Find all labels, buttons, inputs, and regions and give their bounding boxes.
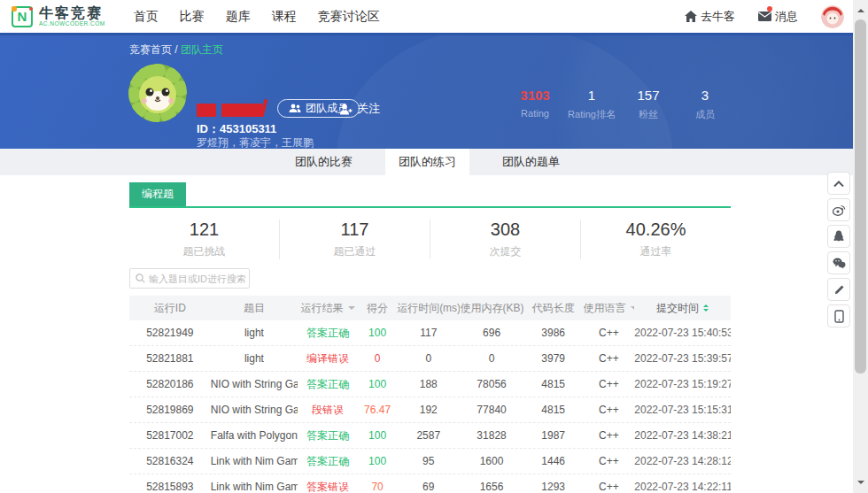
table-row[interactable]: 52815893Link with Nim Game答案错误7069165612… [129, 474, 731, 493]
follow-button[interactable]: 关注 [339, 101, 380, 117]
unread-dot [767, 6, 772, 12]
problem-name[interactable]: Link with Nim Game [211, 455, 298, 467]
language: C++ [584, 404, 635, 416]
breadcrumb-root[interactable]: 竞赛首页 [129, 43, 172, 56]
share-qq-button[interactable] [827, 225, 850, 248]
nowcoder-logo[interactable]: N 牛客竞赛 AC.NOWCODER.COM [12, 6, 105, 27]
run-result: 答案正确 [298, 454, 358, 469]
summary-passed: 117 题已通过 [280, 220, 430, 259]
memory-used: 1656 [460, 481, 523, 493]
submit-time: 2022-07-23 15:39:57 [634, 352, 731, 365]
tab-team-contests[interactable]: 团队的比赛 [282, 149, 366, 175]
team-banner: 竞赛首页 / 团队主页 ID：453105311 [0, 33, 853, 149]
score: 100 [358, 327, 397, 339]
column-header: 代码长度 [523, 301, 584, 316]
team-stats: 3103 Rating 1 Rating排名 157 粉丝 3 成员 [507, 87, 733, 121]
memory-used: 696 [460, 327, 523, 339]
language: C++ [584, 327, 635, 339]
run-time: 188 [397, 378, 460, 390]
breadcrumb-current[interactable]: 团队主页 [181, 43, 223, 56]
language: C++ [584, 352, 635, 365]
problem-name[interactable]: NIO with String Game [211, 378, 298, 390]
column-header: 运行时间(ms) [397, 301, 460, 316]
tab-team-problem-lists[interactable]: 团队的题单 [489, 149, 573, 175]
problem-name[interactable]: NIO with String Game [211, 404, 298, 416]
run-id: 52817002 [129, 429, 211, 442]
filter-dropdown-icon[interactable] [348, 306, 355, 313]
run-time: 0 [397, 352, 460, 365]
search-icon [136, 273, 145, 283]
table-body: 52821949light答案正确1001176963986C++2022-07… [129, 320, 731, 493]
problem-name[interactable]: light [211, 327, 298, 339]
problem-name[interactable]: light [211, 352, 298, 365]
team-name-redacted [197, 104, 216, 117]
scrollbar-thumb[interactable] [855, 19, 866, 374]
run-id: 52821881 [129, 352, 211, 365]
practice-content: 编程题 121 题已挑战 117 题已通过 308 次提交 40.26% 通过率 [0, 182, 731, 493]
menu-item-courses[interactable]: 课程 [261, 0, 307, 33]
top-nav: N 牛客竞赛 AC.NOWCODER.COM 首页 比赛 题库 课程 竞赛讨论区… [0, 0, 853, 33]
code-length: 1446 [523, 455, 584, 467]
add-person-icon [339, 104, 353, 115]
stat-members[interactable]: 3 成员 [677, 87, 733, 121]
menu-item-home[interactable]: 首页 [123, 0, 169, 33]
team-avatar[interactable] [128, 64, 187, 122]
nowcoder-logo-icon: N [12, 6, 33, 27]
scroll-up-arrow[interactable] [857, 5, 864, 12]
tab-team-practice[interactable]: 团队的练习 [385, 149, 469, 175]
code-length: 3986 [523, 327, 584, 339]
filter-dropdown-icon[interactable] [631, 306, 635, 313]
messages-link[interactable]: 消息 [758, 9, 798, 25]
submit-time: 2022-07-23 14:22:11 [634, 481, 731, 493]
submissions-table: 运行ID题目运行结果得分运行时间(ms)使用内存(KB)代码长度使用语言提交时间… [129, 296, 731, 493]
user-avatar[interactable] [821, 5, 844, 28]
share-wechat-button[interactable] [827, 251, 850, 274]
coding-problems-button[interactable]: 编程题 [129, 182, 186, 206]
language: C++ [584, 481, 635, 493]
column-header[interactable]: 运行结果 [298, 301, 358, 316]
scroll-down-arrow[interactable] [857, 481, 864, 488]
menu-item-problems[interactable]: 题库 [215, 0, 261, 33]
run-time: 117 [397, 327, 460, 339]
menu-item-discuss[interactable]: 竞赛讨论区 [307, 0, 391, 33]
vertical-scrollbar[interactable] [853, 0, 868, 493]
code-length: 4815 [523, 378, 584, 390]
column-header: 使用内存(KB) [460, 301, 523, 316]
memory-used: 78056 [460, 378, 523, 390]
stat-rating[interactable]: 3103 Rating [507, 87, 563, 121]
share-weibo-button[interactable] [827, 198, 850, 221]
score: 100 [358, 429, 397, 442]
problem-name[interactable]: Link with Nim Game [211, 481, 298, 493]
table-row[interactable]: 52819869NIO with String Game段错误76.471927… [129, 397, 731, 423]
stat-rating-rank[interactable]: 1 Rating排名 [563, 87, 620, 121]
team-name-redacted [221, 104, 262, 117]
column-header[interactable]: 提交时间 [634, 301, 731, 316]
score: 100 [358, 455, 397, 467]
table-row[interactable]: 52821881light编译错误0003979C++2022-07-23 15… [129, 346, 731, 372]
go-nowcoder-link[interactable]: 去牛客 [685, 9, 735, 25]
table-row[interactable]: 52816324Link with Nim Game答案正确1009516001… [129, 449, 731, 474]
search-input[interactable] [149, 273, 246, 284]
team-members: 罗煜翔，蒋凌宇，王展鹏 [197, 135, 314, 149]
run-result: 编译错误 [298, 351, 358, 366]
table-header: 运行ID题目运行结果得分运行时间(ms)使用内存(KB)代码长度使用语言提交时间 [129, 296, 731, 320]
submit-time: 2022-07-23 14:28:12 [634, 455, 731, 467]
summary-submissions: 308 次提交 [430, 220, 581, 259]
table-row[interactable]: 52821949light答案正确1001176963986C++2022-07… [129, 320, 731, 346]
mobile-app-button[interactable] [827, 304, 850, 327]
table-row[interactable]: 52817002Falfa with Polygon答案正确1002587318… [129, 423, 731, 449]
people-icon [289, 104, 301, 113]
memory-used: 77840 [460, 404, 523, 416]
stat-followers[interactable]: 157 粉丝 [620, 87, 677, 121]
menu-item-contests[interactable]: 比赛 [169, 0, 215, 33]
run-id: 52819869 [129, 404, 211, 416]
problem-name[interactable]: Falfa with Polygon [211, 429, 298, 442]
column-header[interactable]: 使用语言 [584, 301, 635, 316]
language: C++ [584, 378, 635, 390]
sort-icon[interactable] [703, 302, 709, 314]
nav-right: 去牛客 消息 [685, 5, 844, 28]
table-row[interactable]: 52820186NIO with String Game答案正确10018878… [129, 372, 731, 397]
back-to-top-button[interactable] [827, 172, 850, 195]
feedback-button[interactable] [827, 278, 850, 301]
run-result: 答案正确 [298, 377, 358, 392]
